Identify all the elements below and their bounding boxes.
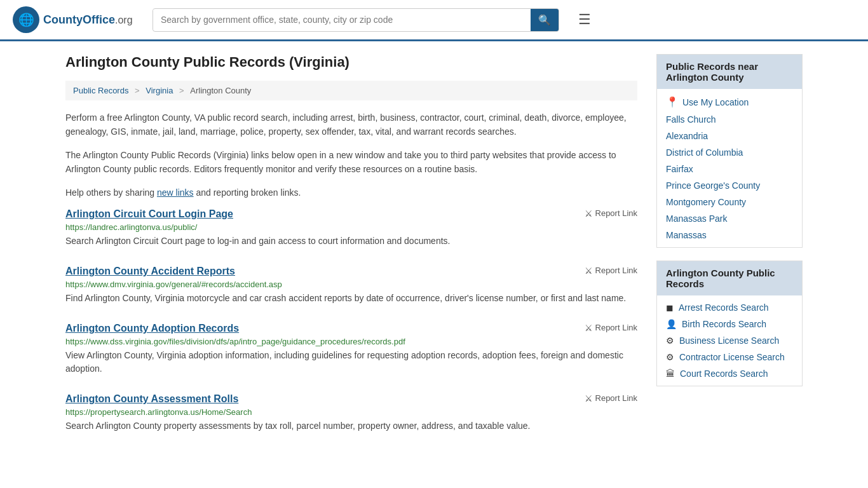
location-dot-icon: 📍 (666, 96, 679, 108)
breadcrumb-current: Arlington County (190, 86, 251, 95)
record-type-icon: 👤 (666, 319, 677, 329)
menu-button[interactable]: ☰ (578, 11, 591, 28)
nearby-list-item[interactable]: Fairfax (657, 161, 802, 177)
county-record-item[interactable]: ⚙ Business License Search (657, 332, 802, 349)
description-2: The Arlington County Public Records (Vir… (65, 148, 637, 177)
record-header: Arlington Circuit Court Login Page ⚔ Rep… (65, 208, 637, 220)
nearby-item-link[interactable]: Manassas (666, 230, 707, 240)
record-description: Find Arlington County, Virginia motorcyc… (65, 292, 637, 305)
nearby-list-item[interactable]: Montgomery County (657, 194, 802, 210)
report-link-icon: ⚔ (585, 393, 593, 403)
report-link-button[interactable]: ⚔ Report Link (585, 266, 637, 276)
record-entry: Arlington Circuit Court Login Page ⚔ Rep… (65, 208, 637, 248)
nearby-item-link[interactable]: Montgomery County (666, 197, 746, 207)
county-records-list: ◼ Arrest Records Search 👤 Birth Records … (657, 295, 802, 386)
county-records-header: Arlington County Public Records (657, 261, 802, 295)
record-header: Arlington County Adoption Records ⚔ Repo… (65, 323, 637, 334)
report-link-label: Report Link (595, 208, 637, 218)
breadcrumb-sep-2: > (179, 86, 186, 95)
logo-text: CountyOffice.org (43, 13, 133, 27)
breadcrumb-virginia[interactable]: Virginia (146, 86, 173, 95)
record-type-icon: ◼ (666, 302, 674, 313)
record-url: https://www.dmv.virginia.gov/general/#re… (65, 280, 637, 289)
breadcrumb: Public Records > Virginia > Arlington Co… (65, 81, 637, 100)
report-link-button[interactable]: ⚔ Report Link (585, 393, 637, 403)
record-entry: Arlington County Accident Reports ⚔ Repo… (65, 266, 637, 305)
record-url: https://www.dss.virginia.gov/files/divis… (65, 337, 637, 346)
record-type-icon: 🏛 (666, 369, 675, 379)
search-bar[interactable]: 🔍 (153, 8, 559, 32)
report-link-label: Report Link (595, 323, 637, 332)
record-title[interactable]: Arlington Circuit Court Login Page (65, 208, 233, 220)
new-links-link[interactable]: new links (157, 187, 194, 198)
use-my-location-link[interactable]: Use My Location (682, 97, 749, 107)
logo-ext: .org (115, 15, 133, 25)
report-link-label: Report Link (595, 266, 637, 275)
report-link-label: Report Link (595, 393, 637, 403)
record-description: View Arlington County, Virginia adoption… (65, 349, 637, 376)
nearby-item-link[interactable]: District of Columbia (666, 147, 743, 158)
page-title: Arlington County Public Records (Virgini… (65, 54, 637, 71)
record-entry: Arlington County Adoption Records ⚔ Repo… (65, 323, 637, 376)
desc3-suffix: and reporting broken links. (194, 187, 301, 198)
county-record-item[interactable]: ⚙ Contractor License Search (657, 349, 802, 365)
nearby-item-link[interactable]: Prince George's County (666, 180, 760, 191)
report-link-button[interactable]: ⚔ Report Link (585, 208, 637, 219)
nearby-list-item[interactable]: Prince George's County (657, 177, 802, 194)
nearby-list-item[interactable]: Alexandria (657, 128, 802, 144)
records-container: Arlington Circuit Court Login Page ⚔ Rep… (65, 208, 637, 433)
report-link-icon: ⚔ (585, 323, 593, 333)
nearby-item-link[interactable]: Falls Church (666, 114, 716, 125)
county-record-item[interactable]: 🏛 Court Records Search (657, 365, 802, 382)
logo[interactable]: 🌐 CountyOffice.org (13, 6, 140, 33)
sidebar: Public Records near Arlington County 📍Us… (656, 54, 803, 451)
nearby-item-link[interactable]: Manassas Park (666, 214, 727, 224)
description-1: Perform a free Arlington County, VA publ… (65, 111, 637, 139)
desc3-prefix: Help others by sharing (65, 187, 157, 198)
search-input[interactable] (153, 10, 531, 30)
record-type-icon: ⚙ (666, 352, 674, 362)
record-entry: Arlington County Assessment Rolls ⚔ Repo… (65, 393, 637, 433)
nearby-item-link[interactable]: Fairfax (666, 164, 693, 174)
record-type-icon: ⚙ (666, 336, 674, 346)
record-title[interactable]: Arlington County Adoption Records (65, 323, 239, 334)
search-button[interactable]: 🔍 (531, 9, 559, 31)
county-record-link[interactable]: Arrest Records Search (679, 302, 769, 313)
county-record-link[interactable]: Court Records Search (680, 369, 768, 379)
breadcrumb-public-records[interactable]: Public Records (73, 86, 128, 95)
record-title[interactable]: Arlington County Assessment Rolls (65, 393, 238, 405)
report-link-icon: ⚔ (585, 266, 593, 276)
county-record-item[interactable]: 👤 Birth Records Search (657, 316, 802, 332)
record-description: Search Arlington Circuit Court page to l… (65, 234, 637, 248)
logo-name: CountyOffice (43, 13, 115, 26)
county-records-section: Arlington County Public Records ◼ Arrest… (656, 261, 803, 386)
main-container: Arlington County Public Records (Virgini… (53, 41, 815, 463)
report-link-button[interactable]: ⚔ Report Link (585, 323, 637, 333)
nearby-list-item[interactable]: District of Columbia (657, 144, 802, 161)
record-url: https://propertysearch.arlingtonva.us/Ho… (65, 407, 637, 417)
nearby-section-header: Public Records near Arlington County (657, 55, 802, 89)
record-header: Arlington County Accident Reports ⚔ Repo… (65, 266, 637, 277)
county-record-link[interactable]: Birth Records Search (682, 319, 766, 329)
nearby-list: 📍Use My LocationFalls ChurchAlexandriaDi… (657, 89, 802, 247)
nearby-item-link[interactable]: Alexandria (666, 131, 708, 141)
logo-icon: 🌐 (13, 6, 39, 33)
nearby-list-item[interactable]: Manassas (657, 227, 802, 243)
nearby-list-item[interactable]: Manassas Park (657, 210, 802, 227)
county-record-item[interactable]: ◼ Arrest Records Search (657, 299, 802, 316)
record-description: Search Arlington County property assessm… (65, 419, 637, 433)
site-header: 🌐 CountyOffice.org 🔍 ☰ (0, 0, 868, 41)
report-link-icon: ⚔ (585, 208, 593, 219)
nearby-list-item[interactable]: Falls Church (657, 111, 802, 128)
nearby-list-item[interactable]: 📍Use My Location (657, 93, 802, 111)
nearby-section: Public Records near Arlington County 📍Us… (656, 54, 803, 248)
county-record-link[interactable]: Business License Search (679, 336, 779, 346)
record-title[interactable]: Arlington County Accident Reports (65, 266, 235, 277)
record-url: https://landrec.arlingtonva.us/public/ (65, 222, 637, 232)
breadcrumb-sep-1: > (135, 86, 142, 95)
record-header: Arlington County Assessment Rolls ⚔ Repo… (65, 393, 637, 405)
description-3: Help others by sharing new links and rep… (65, 186, 637, 200)
county-record-link[interactable]: Contractor License Search (679, 352, 785, 362)
main-content: Arlington County Public Records (Virgini… (65, 54, 637, 451)
